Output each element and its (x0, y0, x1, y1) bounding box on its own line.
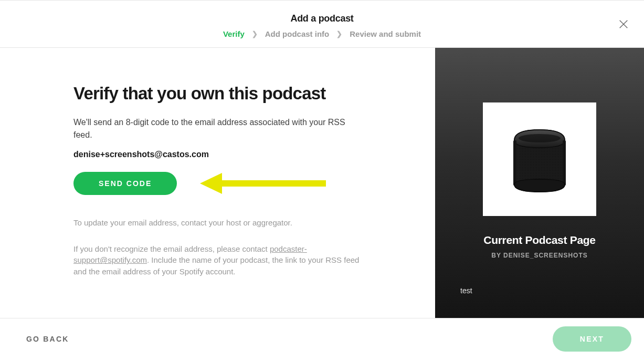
svg-rect-8 (563, 140, 566, 186)
update-email-hint: To update your email address, contact yo… (73, 217, 367, 229)
close-button[interactable] (618, 18, 629, 30)
arrow-annotation (200, 173, 331, 194)
modal-header: Add a podcast Verify ❯ Add podcast info … (0, 0, 644, 48)
go-back-button[interactable]: GO BACK (26, 335, 69, 343)
page-heading: Verify that you own this podcast (73, 84, 388, 104)
send-code-button[interactable]: SEND CODE (73, 172, 177, 195)
svg-marker-3 (200, 173, 222, 194)
chevron-right-icon: ❯ (252, 30, 258, 38)
step-add-podcast-info: Add podcast info (265, 29, 330, 38)
verify-panel: Verify that you own this podcast We'll s… (0, 48, 435, 318)
support-prefix: If you don't recognize the email address… (73, 244, 270, 253)
support-hint: If you don't recognize the email address… (73, 243, 367, 277)
modal-body: Verify that you own this podcast We'll s… (0, 48, 644, 318)
close-icon (618, 18, 629, 30)
modal-title: Add a podcast (290, 13, 353, 24)
podcast-title: Current Podcast Page (483, 234, 595, 246)
podcast-preview-panel: Current Podcast Page BY DENISE_SCREENSHO… (435, 48, 644, 318)
rss-email-display: denise+screenshots@castos.com (73, 150, 388, 159)
pop-filter-image (503, 122, 576, 196)
next-button[interactable]: NEXT (553, 326, 631, 352)
chevron-right-icon: ❯ (336, 30, 342, 38)
svg-rect-2 (216, 180, 326, 187)
svg-rect-7 (513, 140, 516, 186)
stepper: Verify ❯ Add podcast info ❯ Review and s… (223, 29, 421, 38)
send-code-row: SEND CODE (73, 172, 388, 195)
step-review-and-submit: Review and submit (350, 29, 421, 38)
step-verify: Verify (223, 29, 245, 38)
svg-point-6 (519, 134, 561, 142)
podcast-byline: BY DENISE_SCREENSHOTS (491, 252, 588, 259)
arrow-left-icon (200, 173, 331, 194)
modal-footer: GO BACK NEXT (0, 318, 644, 359)
podcast-cover-art (483, 102, 596, 216)
podcast-description: test (448, 286, 472, 295)
verify-description: We'll send an 8-digit code to the email … (73, 116, 357, 141)
